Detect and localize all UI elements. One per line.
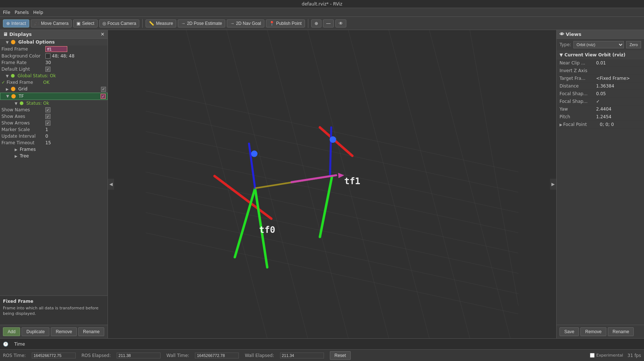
expand-arrow: ▼	[6, 40, 10, 44]
rename-display-button[interactable]: Rename	[78, 327, 104, 336]
invert-z-label: Invert Z Axis	[560, 68, 596, 73]
near-clip-label: Near Clip ...	[560, 60, 596, 66]
show-axes-checkbox[interactable]	[45, 114, 50, 119]
eye-icon: 👁	[339, 21, 343, 26]
views-type-row: Type: Orbit (rviz) FPS (rviz) TopDownOrt…	[557, 39, 644, 51]
menu-help[interactable]: Help	[33, 10, 43, 15]
show-names-label: Show Names	[1, 107, 45, 112]
show-arrows-label: Show Arrows	[1, 120, 45, 126]
views-rename-button[interactable]: Rename	[608, 327, 634, 336]
toolbar-extra-3[interactable]: 👁	[335, 19, 346, 27]
marker-scale-row: Marker Scale 1	[0, 126, 108, 133]
view-pitch: Pitch 1.2454	[557, 113, 644, 121]
tree-item[interactable]: ▶ Tree	[0, 153, 108, 159]
view-focal-point[interactable]: ▶ Focal Point 0; 0; 0	[557, 121, 644, 129]
views-icon: 👁	[560, 31, 564, 37]
views-zero-button[interactable]: Zero	[626, 41, 641, 48]
background-color-swatch[interactable]	[45, 53, 50, 59]
wall-time-input[interactable]	[195, 353, 239, 358]
views-save-button[interactable]: Save	[560, 327, 579, 336]
show-names-checkbox[interactable]	[45, 107, 50, 112]
default-light-checkbox[interactable]	[45, 67, 50, 72]
experimental-label: Experimental	[596, 353, 623, 358]
fixed-frame-input[interactable]	[45, 46, 67, 52]
focus-camera-button[interactable]: ◎ Focus Camera	[99, 19, 140, 27]
ros-elapsed-input[interactable]	[117, 353, 161, 358]
views-type-select[interactable]: Orbit (rviz) FPS (rviz) TopDownOrtho (rv…	[573, 41, 624, 48]
global-options-dot	[11, 40, 15, 44]
viewport[interactable]: ◀	[108, 30, 556, 338]
displays-panel: 🖥 Displays ✕ ▼ Global Options Fixed Fram…	[0, 30, 108, 338]
menu-panels[interactable]: Panels	[15, 10, 29, 15]
add-button[interactable]: Add	[3, 327, 20, 336]
current-view-expand: ▼	[560, 52, 564, 57]
wall-elapsed-label: Wall Elapsed:	[245, 353, 274, 358]
current-view-type: Orbit (rviz)	[598, 52, 626, 57]
displays-header: 🖥 Displays ✕	[0, 30, 108, 39]
move-camera-button[interactable]: 🎥 Move Camera	[31, 19, 72, 27]
show-arrows-checkbox[interactable]	[45, 120, 50, 126]
interact-button[interactable]: ⊕ Interact	[3, 19, 29, 27]
pitch-label: Pitch	[560, 114, 596, 119]
ros-time-label: ROS Time:	[3, 353, 26, 358]
views-header: 👁 Views	[557, 30, 644, 39]
views-remove-button[interactable]: Remove	[580, 327, 606, 336]
expand-arrow: ▼	[6, 94, 10, 98]
tf-check	[101, 94, 106, 99]
status-ok-indicator	[11, 74, 15, 78]
menu-file[interactable]: File	[3, 10, 10, 15]
toolbar-extra-2[interactable]: —	[323, 19, 334, 27]
yaw-value: 2.4404	[596, 107, 641, 112]
view-yaw: Yaw 2.4404	[557, 105, 644, 113]
default-light-row: Default Light	[0, 66, 108, 72]
view-distance: Distance 1.36384	[557, 82, 644, 90]
scroll-right-button[interactable]: ▶	[550, 179, 556, 190]
point-icon: 📍	[269, 21, 275, 26]
nav-goal-button[interactable]: → 2D Nav Goal	[227, 19, 264, 27]
close-displays-button[interactable]: ✕	[101, 31, 105, 37]
experimental-checkbox[interactable]	[590, 353, 595, 358]
measure-icon: 📏	[149, 21, 154, 26]
gs-fixed-frame-value: OK	[43, 80, 106, 85]
focal-shape-1-label: Focal Shap...	[560, 91, 596, 96]
measure-button[interactable]: 📏 Measure	[146, 19, 176, 27]
expand-arrow: ▶	[6, 87, 10, 91]
panel-icon: 🖥	[3, 31, 8, 37]
grid-item[interactable]: ▶ Grid	[0, 86, 108, 93]
tf-status-item[interactable]: ▼ Status: Ok	[0, 100, 108, 107]
displays-title: 🖥 Displays	[3, 31, 32, 37]
title-text: default.rviz* - RViz	[302, 1, 342, 7]
views-bottom-buttons: Save Remove Rename	[557, 325, 644, 338]
show-arrows-row: Show Arrows	[0, 120, 108, 126]
fixed-frame-label: Fixed Frame	[1, 46, 45, 52]
grid-label: Grid	[18, 86, 27, 92]
ros-elapsed-label: ROS Elapsed:	[82, 353, 111, 358]
duplicate-button[interactable]: Duplicate	[22, 327, 49, 336]
tf-checkbox-container[interactable]	[101, 94, 106, 99]
scroll-left-button[interactable]: ◀	[108, 179, 114, 190]
tf-status-dot	[20, 101, 23, 105]
expand-arrow: ▼	[6, 74, 10, 78]
focal-shape-1-value: 0.05	[596, 91, 641, 96]
toolbar-extra-1[interactable]: ⊕	[311, 19, 321, 27]
scene-viewport[interactable]: tf0 tf1	[108, 30, 556, 338]
distance-label: Distance	[560, 83, 596, 89]
nav-icon: →	[230, 21, 234, 26]
publish-point-button[interactable]: 📍 Publish Point	[266, 19, 305, 27]
expand-arrow: ▶	[15, 148, 18, 152]
global-options-item[interactable]: ▼ Global Options	[0, 39, 108, 45]
grid-checkbox[interactable]	[101, 86, 106, 92]
global-status-item[interactable]: ▼ Global Status: Ok	[0, 72, 108, 79]
wall-elapsed-input[interactable]	[280, 353, 324, 358]
ros-time-input[interactable]	[32, 353, 76, 358]
view-target-frame: Target Fra... <Fixed Frame>	[557, 75, 644, 82]
reset-button[interactable]: Reset	[330, 351, 351, 360]
pose-estimate-button[interactable]: → 2D Pose Estimate	[178, 19, 225, 27]
select-button[interactable]: ▣ Select	[73, 19, 97, 27]
frame-rate-row: Frame Rate 30	[0, 59, 108, 66]
expand-arrow: ▶	[15, 154, 18, 158]
frames-item[interactable]: ▶ Frames	[0, 146, 108, 153]
remove-display-button[interactable]: Remove	[51, 327, 77, 336]
tf-item[interactable]: ▼ TF	[0, 93, 108, 100]
target-frame-label: Target Fra...	[560, 76, 596, 81]
